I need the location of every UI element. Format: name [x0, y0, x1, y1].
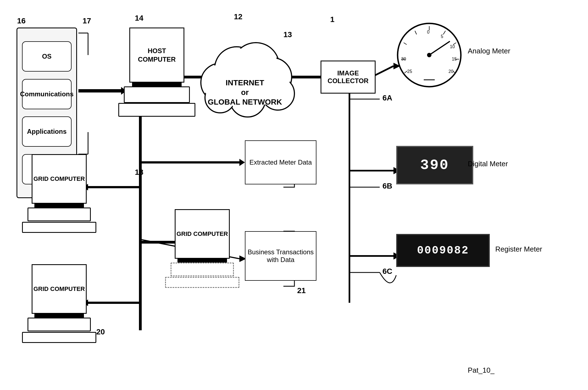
- analog-meter: 0 5 10 15 20 25 30: [396, 22, 462, 89]
- label-20: 20: [96, 328, 105, 336]
- digital-meter-label: Digital Meter: [468, 160, 508, 168]
- label-6B: 6B: [382, 182, 392, 190]
- digital-meter: 390: [396, 146, 473, 184]
- svg-text:10: 10: [450, 44, 455, 49]
- svg-text:15: 15: [452, 57, 457, 61]
- patent-label: Pat_10_: [468, 366, 494, 375]
- label-1: 1: [330, 15, 335, 24]
- label-14: 14: [135, 14, 143, 23]
- grid-computer-1-monitor: GRID COMPUTER: [32, 154, 87, 204]
- grid-computer-2: GRID COMPUTER: [165, 209, 239, 288]
- svg-text:25: 25: [407, 69, 412, 74]
- extracted-meter-data-box: Extracted Meter Data: [245, 140, 316, 184]
- grid-computer-3-monitor: GRID COMPUTER: [32, 264, 87, 314]
- svg-point-69: [427, 53, 431, 57]
- analog-meter-label: Analog Meter: [468, 47, 510, 55]
- label-16: 16: [17, 17, 26, 25]
- svg-text:INTERNET: INTERNET: [226, 78, 264, 87]
- svg-text:5: 5: [441, 34, 443, 39]
- svg-text:0: 0: [427, 30, 430, 34]
- svg-text:30: 30: [401, 57, 406, 61]
- grid-computer-1: GRID COMPUTER: [22, 154, 96, 233]
- register-meter: 0009082: [396, 234, 490, 267]
- svg-text:20: 20: [448, 69, 453, 74]
- label-12: 12: [234, 12, 242, 21]
- business-transactions-box: Business Transactions with Data: [245, 231, 316, 281]
- host-computer: HOST COMPUTER: [118, 28, 195, 117]
- internet-cloud: INTERNET or GLOBAL NETWORK: [193, 28, 297, 122]
- server-module-applications: Applications: [22, 116, 72, 147]
- host-computer-monitor: HOST COMPUTER: [129, 28, 184, 83]
- label-6A: 6A: [382, 94, 392, 102]
- label-18: 18: [135, 168, 143, 177]
- server-module-os: OS: [22, 41, 72, 72]
- grid-computer-2-monitor: GRID COMPUTER: [175, 209, 230, 259]
- svg-text:GLOBAL NETWORK: GLOBAL NETWORK: [208, 98, 282, 106]
- label-6C: 6C: [382, 267, 392, 276]
- server-module-communications: Communications: [22, 79, 72, 109]
- svg-text:or: or: [241, 88, 249, 97]
- register-meter-label: Register Meter: [495, 245, 542, 253]
- diagram-container: 16 17 14 12 13 1 18 10 21 6A 6B 6C 20 19…: [0, 0, 588, 390]
- label-21: 21: [297, 286, 306, 295]
- svg-marker-29: [239, 159, 245, 166]
- grid-computer-3: GRID COMPUTER: [22, 264, 96, 343]
- label-17: 17: [83, 17, 91, 25]
- image-collector: IMAGE COLLECTOR: [321, 61, 376, 94]
